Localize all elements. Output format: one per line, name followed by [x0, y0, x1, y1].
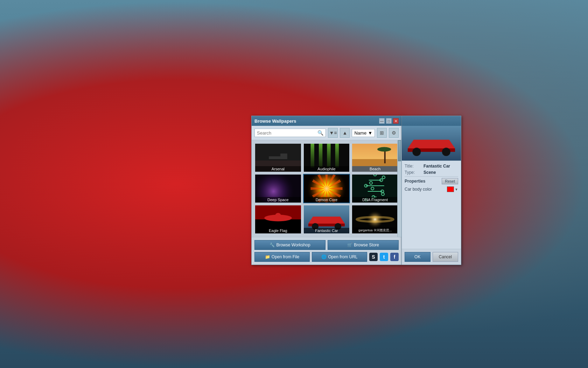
- sort-asc-icon[interactable]: ▲: [340, 128, 350, 138]
- twitter-icon[interactable]: t: [380, 253, 388, 261]
- divider: [405, 176, 458, 177]
- wallpaper-item-gargantua[interactable]: gargantua 卡河图意思...: [351, 205, 399, 234]
- sort-dropdown-arrow: ▼: [368, 130, 372, 136]
- preview-canvas: [402, 126, 461, 161]
- file-icon: 📁: [265, 254, 270, 259]
- url-icon: 🌐: [321, 254, 327, 259]
- color-swatch: [447, 186, 454, 192]
- properties-info: Title: Fantastic Car Type: Scene Propert…: [402, 161, 461, 198]
- wallpaper-label-deepspace: Deep Space: [255, 197, 301, 203]
- main-ok-button[interactable]: OK: [405, 252, 430, 262]
- wallpaper-preview: [402, 126, 461, 161]
- wallpaper-item-beach[interactable]: Beach: [351, 143, 399, 172]
- open-from-file-label: Open from File: [272, 254, 299, 259]
- grid-view-button[interactable]: ⊞: [377, 128, 387, 138]
- search-icon[interactable]: 🔍: [317, 130, 323, 136]
- wallpaper-label-dnafragment: DNA Fragment: [352, 197, 398, 203]
- properties-titlebar: [402, 116, 461, 126]
- type-row: Type: Scene: [405, 170, 458, 175]
- reset-button[interactable]: Reset: [442, 178, 458, 184]
- facebook-icon[interactable]: f: [390, 253, 399, 261]
- wallpaper-item-demoncore[interactable]: Demon Core: [303, 174, 350, 203]
- wallpaper-label-arsenal: Arsenal: [255, 166, 301, 172]
- properties-heading: Properties: [405, 179, 425, 184]
- dialog-bottom: 🔧 Browse Workshop 🛒 Browse Store 📁 Open …: [252, 237, 401, 265]
- maximize-button[interactable]: □: [386, 118, 392, 124]
- wallpaper-label-gargantua: gargantua 卡河图意思...: [352, 227, 398, 233]
- wallpaper-item-fantasticcar[interactable]: Fantastic Car: [303, 205, 350, 234]
- bottom-row2: 📁 Open from File 🌐 Open from URL S t f: [254, 252, 399, 262]
- browse-workshop-label: Browse Workshop: [276, 243, 310, 247]
- store-icon: 🛒: [347, 243, 352, 247]
- steam-icon[interactable]: S: [369, 253, 378, 261]
- filter-icon[interactable]: ▼≡: [328, 128, 338, 138]
- workshop-icon: 🔧: [270, 243, 275, 247]
- open-from-url-label: Open from URL: [328, 254, 357, 259]
- browse-store-button[interactable]: 🛒 Browse Store: [328, 240, 399, 250]
- browse-workshop-button[interactable]: 🔧 Browse Workshop: [254, 240, 326, 250]
- wallpaper-item-audiophile[interactable]: Audiophile: [303, 143, 350, 172]
- titlebar-controls: — □ ✕: [379, 118, 399, 124]
- title-row: Title: Fantastic Car: [405, 164, 458, 169]
- dialog-titlebar: Browse Wallpapers — □ ✕: [252, 116, 401, 126]
- main-actions: OK Cancel: [402, 249, 461, 265]
- car-body-color-label: Car body color: [405, 187, 432, 192]
- wallpaper-item-arsenal[interactable]: Arsenal: [254, 143, 302, 172]
- wallpaper-item-deepspace[interactable]: Deep Space: [254, 174, 302, 203]
- type-label: Type:: [405, 170, 422, 175]
- wallpaper-label-fantasticcar: Fantastic Car: [304, 228, 350, 233]
- wallpaper-item-dnafragment[interactable]: DNA Fragment: [351, 174, 399, 203]
- wallpaper-label-beach: Beach: [352, 166, 398, 172]
- open-from-file-button[interactable]: 📁 Open from File: [254, 252, 310, 262]
- minimize-button[interactable]: —: [379, 118, 385, 124]
- search-box: 🔍: [254, 129, 326, 137]
- main-cancel-button[interactable]: Cancel: [433, 252, 458, 262]
- color-swatch-button[interactable]: ▼: [447, 186, 458, 192]
- wallpaper-label-demoncore: Demon Core: [304, 197, 350, 203]
- properties-section-header: Properties Reset: [405, 178, 458, 184]
- wallpaper-label-audiophile: Audiophile: [304, 166, 350, 172]
- scrollbar[interactable]: [397, 140, 401, 237]
- wallpaper-label-eagleflag: Eagle Flag: [255, 228, 301, 233]
- color-dropdown-arrow: ▼: [455, 188, 458, 191]
- color-row: Car body color ▼: [405, 186, 458, 192]
- title-value: Fantastic Car: [424, 164, 450, 169]
- dialog-title: Browse Wallpapers: [254, 118, 296, 124]
- open-from-url-button[interactable]: 🌐 Open from URL: [312, 252, 367, 262]
- type-value: Scene: [424, 170, 436, 175]
- properties-panel: Title: Fantastic Car Type: Scene Propert…: [402, 116, 461, 265]
- close-button[interactable]: ✕: [393, 118, 399, 124]
- wallpaper-grid: Arsenal Audiophile Beach Deep Space Demo: [252, 140, 401, 237]
- dialog-overlay: Browse Wallpapers — □ ✕ 🔍 ▼≡ ▲ Name ▼ ⊞ …: [251, 116, 461, 265]
- title-label: Title:: [405, 164, 422, 169]
- sort-selected-label: Name: [354, 130, 366, 136]
- wallpaper-scroll-container: Arsenal Audiophile Beach Deep Space Demo: [252, 140, 401, 237]
- dialog-toolbar: 🔍 ▼≡ ▲ Name ▼ ⊞ ⚙: [252, 126, 401, 140]
- bottom-row1: 🔧 Browse Workshop 🛒 Browse Store: [254, 240, 399, 250]
- browse-wallpapers-dialog: Browse Wallpapers — □ ✕ 🔍 ▼≡ ▲ Name ▼ ⊞ …: [251, 116, 402, 265]
- sort-dropdown[interactable]: Name ▼: [352, 129, 375, 137]
- wallpaper-item-eagleflag[interactable]: Eagle Flag: [254, 205, 302, 234]
- social-icons: S t f: [369, 253, 399, 261]
- search-input[interactable]: [257, 130, 317, 136]
- browse-store-label: Browse Store: [354, 243, 379, 247]
- settings-button[interactable]: ⚙: [389, 128, 399, 138]
- scrollbar-thumb[interactable]: [398, 140, 401, 161]
